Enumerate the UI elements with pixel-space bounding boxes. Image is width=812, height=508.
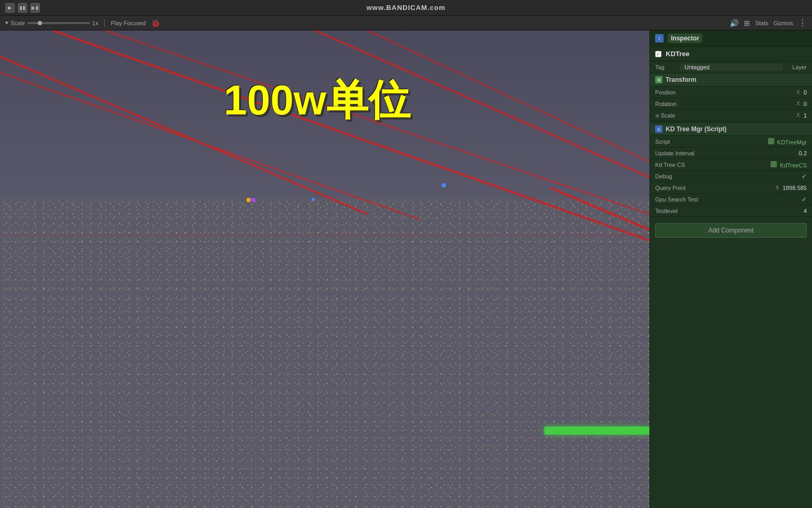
- object-name[interactable]: KDTree: [666, 50, 690, 58]
- inspector-panel: i Inspector ✓ KDTree Tag Untagged Layer …: [649, 30, 812, 508]
- gpu-search-check[interactable]: ✓: [802, 196, 807, 203]
- position-x-axis: X: [796, 89, 800, 95]
- play-focused-label: Play Focused: [111, 20, 146, 26]
- scale-handle[interactable]: [38, 21, 42, 25]
- gpu-search-test-row: Gpu Search Test ✓: [650, 194, 812, 205]
- blue-dot-2: [312, 198, 315, 201]
- scale-value-group: X 1: [796, 112, 807, 119]
- watermark: www.BANDICAM.com: [367, 4, 446, 12]
- scale-arrow: ▾: [5, 19, 8, 26]
- svg-line-3: [0, 72, 420, 219]
- inspector-icon: i: [655, 34, 664, 43]
- top-bar: ▶ ▮▮ ▶▮ www.BANDICAM.com: [0, 0, 812, 16]
- svg-line-7: [367, 30, 649, 162]
- watermark-text: www.BANDICAM.com: [367, 4, 446, 12]
- tag-label: Tag: [655, 64, 676, 70]
- kd-tree-cs-value: KdTreeCS: [771, 161, 807, 168]
- scale-value: 1x: [92, 20, 99, 26]
- scene-view[interactable]: 100w单位: [0, 30, 649, 508]
- speaker-icon: 🔊: [730, 19, 739, 27]
- scale-label: Scale: [10, 20, 25, 26]
- scale-dropdown[interactable]: ▾ Scale 1x: [5, 19, 98, 26]
- transform-section-header: ⊞ Transform: [650, 73, 812, 87]
- debug-check[interactable]: ✓: [802, 173, 807, 180]
- layer-label: Layer: [792, 64, 807, 70]
- debug-row: Debug ✓: [650, 171, 812, 182]
- more-icon[interactable]: ⋮: [798, 18, 807, 28]
- object-name-row: ✓ KDTree: [650, 47, 812, 61]
- gpu-search-test-label: Gpu Search Test: [655, 196, 802, 203]
- inspector-scale-text: Scale: [661, 112, 676, 119]
- inspector-tab[interactable]: Inspector: [668, 34, 702, 43]
- update-interval-value[interactable]: 0.2: [799, 150, 807, 156]
- script-ref-value[interactable]: KDTreeMgr: [777, 139, 807, 145]
- gizmos-label[interactable]: Gizmos: [774, 20, 793, 26]
- stats-label[interactable]: Stats: [755, 20, 768, 26]
- bug-icon: 🐞: [151, 19, 160, 27]
- script-prop-row: Script KDTreeMgr: [650, 136, 812, 147]
- script-section-title: KD Tree Mgr (Script): [666, 125, 726, 133]
- yellow-dot: [247, 198, 251, 202]
- query-point-label: Query Point: [655, 185, 775, 191]
- inspector-scale-label: ⊗ Scale: [655, 112, 796, 119]
- testlevel-row: Testlevel 4: [650, 205, 812, 217]
- query-point-value-group: X 1898.585: [775, 185, 807, 191]
- transform-icon: ⊞: [655, 76, 663, 83]
- tag-value[interactable]: Untagged: [680, 64, 783, 71]
- script-section-header: S KD Tree Mgr (Script): [650, 122, 812, 136]
- step-button[interactable]: ▶▮: [30, 3, 40, 13]
- tag-row: Tag Untagged Layer: [650, 61, 812, 73]
- add-component-button[interactable]: Add Component: [655, 223, 807, 238]
- testlevel-label: Testlevel: [655, 208, 804, 214]
- script-component: S KD Tree Mgr (Script) Script KDTreeMgr …: [650, 122, 812, 217]
- rotation-row: Rotation X 0: [650, 98, 812, 110]
- position-value-group: X 0: [796, 89, 807, 96]
- scale-dot-container: [27, 22, 90, 24]
- scale-row: ⊗ Scale X 1: [650, 110, 812, 121]
- script-icon: S: [655, 125, 663, 133]
- rotation-label: Rotation: [655, 101, 796, 107]
- pause-button[interactable]: ▮▮: [18, 3, 27, 13]
- playback-controls: ▶ ▮▮ ▶▮: [5, 3, 40, 13]
- position-x-value[interactable]: 0: [804, 89, 807, 96]
- green-bar-right: [544, 427, 649, 435]
- script-ref-icon: [768, 138, 774, 144]
- blue-dot-1: [442, 183, 446, 187]
- display-icon: ⊞: [744, 19, 750, 27]
- kd-tree-cs-ref-value[interactable]: KdTreeCS: [780, 162, 807, 168]
- script-prop-value: KDTreeMgr: [768, 138, 807, 145]
- inspector-header: i Inspector: [650, 30, 812, 47]
- kd-tree-cs-label: Kd Tree CS: [655, 162, 771, 168]
- debug-label: Debug: [655, 173, 802, 179]
- transform-title: Transform: [666, 76, 697, 83]
- play-button[interactable]: ▶: [5, 3, 15, 13]
- query-point-value[interactable]: 1898.585: [783, 185, 807, 191]
- kd-tree-cs-row: Kd Tree CS KdTreeCS: [650, 159, 812, 171]
- update-interval-label: Update Interval: [655, 150, 799, 156]
- scale-slider[interactable]: [27, 22, 90, 24]
- rotation-x-value[interactable]: 0: [804, 101, 807, 107]
- rotation-x-axis: X: [796, 101, 800, 107]
- query-point-row: Query Point X 1898.585: [650, 182, 812, 194]
- kd-tree-cs-ref-icon: [771, 161, 777, 167]
- object-active-checkbox[interactable]: ✓: [655, 51, 661, 57]
- testlevel-value[interactable]: 4: [804, 208, 807, 214]
- position-row: Position X 0: [650, 87, 812, 98]
- scale-x-axis: X: [796, 112, 800, 118]
- scale-x-value[interactable]: 1: [804, 112, 807, 119]
- editor-toolbar: ▾ Scale 1x | Play Focused 🐞 🔊 ⊞ Stats Gi…: [0, 16, 812, 30]
- viewport: 100w单位 i Inspector ✓ KDTree Tag Untagged…: [0, 30, 812, 508]
- script-prop-label: Script: [655, 139, 768, 145]
- purple-dot: [251, 198, 255, 202]
- update-interval-row: Update Interval 0.2: [650, 147, 812, 159]
- scene-lines-svg: [0, 30, 649, 508]
- svg-line-2: [0, 57, 367, 214]
- position-label: Position: [655, 89, 796, 96]
- query-point-x-axis: X: [775, 185, 779, 190]
- rotation-value-group: X 0: [796, 101, 807, 107]
